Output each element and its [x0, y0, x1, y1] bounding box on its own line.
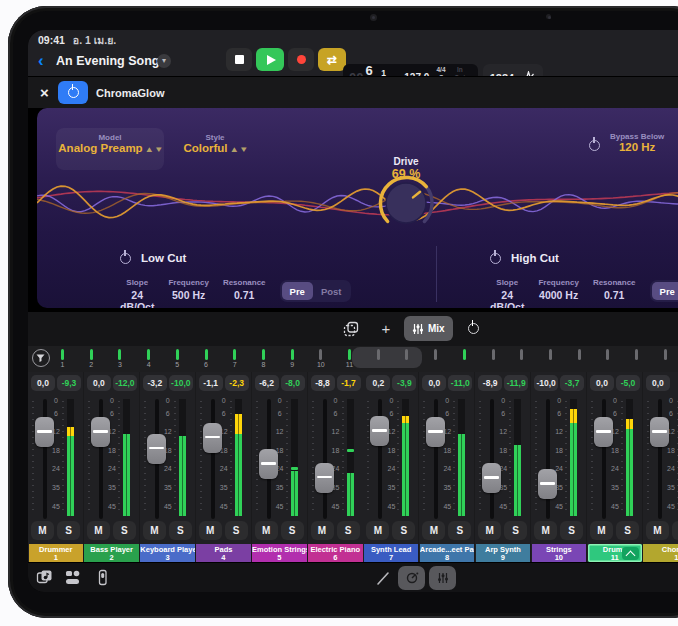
low-cut-power-icon[interactable]: [120, 253, 131, 264]
fader-cap[interactable]: [35, 417, 54, 447]
peak-db-value[interactable]: -10,0: [169, 375, 193, 391]
fader-controls-icon[interactable]: [94, 569, 111, 590]
track-tile[interactable]: Emotion Strings5: [252, 544, 307, 562]
overview-pan-tick[interactable]: [348, 349, 351, 360]
high-cut-pre-button[interactable]: Pre: [652, 282, 678, 300]
low-cut-resonance[interactable]: Resonance0.71: [223, 278, 266, 308]
low-cut-post-button[interactable]: Post: [313, 282, 350, 300]
track-tile[interactable]: Pads4: [196, 544, 251, 562]
mute-button[interactable]: M: [199, 521, 222, 540]
overview-pan-tick[interactable]: [578, 349, 581, 360]
mute-button[interactable]: M: [478, 521, 501, 540]
plugin-power-button[interactable]: [58, 81, 88, 104]
mute-button[interactable]: M: [31, 521, 54, 540]
bypass-below-control[interactable]: Bypass Below 120 Hz: [610, 132, 664, 153]
track-tile[interactable]: Strings10: [532, 544, 587, 562]
overview-pan-tick[interactable]: [463, 349, 466, 360]
fader-cap[interactable]: [147, 434, 166, 464]
fader-db-value[interactable]: 0,2: [366, 375, 390, 391]
fader-db-value[interactable]: 0,0: [87, 375, 111, 391]
fader-db-value[interactable]: -6,2: [255, 375, 279, 391]
peak-db-value[interactable]: -12,0: [113, 375, 137, 391]
fader-db-value[interactable]: 0,0: [590, 375, 614, 391]
fader-db-value[interactable]: 0,0: [31, 375, 55, 391]
fader-db-value[interactable]: -1,1: [199, 375, 223, 391]
overview-pan-tick[interactable]: [90, 349, 93, 360]
track-tile[interactable]: Electric Piano6: [308, 544, 363, 562]
mute-button[interactable]: M: [422, 521, 445, 540]
fader-cap[interactable]: [482, 463, 501, 493]
high-cut-resonance[interactable]: Resonance0.71: [593, 278, 636, 308]
overview-pan-tick[interactable]: [319, 349, 322, 360]
stop-button[interactable]: [226, 48, 252, 71]
collapse-chevron-icon[interactable]: [622, 547, 639, 560]
track-tile[interactable]: Keyboard Player3: [140, 544, 195, 562]
solo-button[interactable]: S: [113, 521, 136, 540]
track-tile[interactable]: Bass Player2: [84, 544, 139, 562]
track-tile[interactable]: Arcade...eet Pad8: [420, 544, 475, 562]
cycle-button[interactable]: ⇄: [318, 48, 346, 71]
mute-button[interactable]: M: [255, 521, 278, 540]
mute-button[interactable]: M: [534, 521, 557, 540]
overview-pan-tick[interactable]: [233, 349, 236, 360]
overview-pan-tick[interactable]: [520, 349, 523, 360]
fader-db-value[interactable]: -8,8: [311, 375, 335, 391]
fader-db-value[interactable]: -3,2: [143, 375, 167, 391]
mute-button[interactable]: M: [87, 521, 110, 540]
drive-control[interactable]: Drive 69 %: [376, 156, 436, 181]
back-chevron-icon[interactable]: ‹: [38, 51, 44, 71]
overview-pan-tick[interactable]: [434, 349, 437, 360]
peak-db-value[interactable]: -3,7: [560, 375, 584, 391]
fader-cap[interactable]: [426, 417, 445, 447]
overview-pan-tick[interactable]: [291, 349, 294, 360]
high-cut-slope[interactable]: Slope24 dB/Oct ▲▼: [490, 278, 524, 308]
fader-cap[interactable]: [91, 417, 110, 447]
overview-pan-tick[interactable]: [635, 349, 638, 360]
peak-db-value[interactable]: -11,0: [448, 375, 472, 391]
fader-db-value[interactable]: 0,0: [646, 375, 670, 391]
track-tile[interactable]: Drummer1: [29, 544, 84, 562]
track-tile[interactable]: Synth Lead7: [364, 544, 419, 562]
peak-db-value[interactable]: -1,7: [337, 375, 361, 391]
mixer-view-button[interactable]: [429, 566, 456, 590]
track-tile[interactable]: Chorus V12: [643, 544, 678, 562]
mute-button[interactable]: M: [590, 521, 613, 540]
controls-view-button[interactable]: [398, 566, 425, 590]
solo-button[interactable]: S: [225, 521, 248, 540]
model-selector[interactable]: Model Analog Preamp ▲▼: [56, 128, 164, 170]
style-selector[interactable]: Style Colorful ▲▼: [175, 133, 255, 167]
solo-button[interactable]: S: [169, 521, 192, 540]
overview-pan-tick[interactable]: [606, 349, 609, 360]
fader-cap[interactable]: [315, 463, 334, 493]
overview-pan-tick[interactable]: [205, 349, 208, 360]
solo-button[interactable]: S: [448, 521, 471, 540]
fader-cap[interactable]: [370, 416, 389, 446]
solo-button[interactable]: S: [57, 521, 80, 540]
fader-cap[interactable]: [203, 423, 222, 453]
fader-cap[interactable]: [538, 469, 557, 499]
overview-pan-tick[interactable]: [176, 349, 179, 360]
peak-db-value[interactable]: -2,3: [225, 375, 249, 391]
add-track-button[interactable]: +: [374, 316, 398, 341]
fader-db-value[interactable]: -8,9: [478, 375, 502, 391]
overview-pan-tick[interactable]: [405, 349, 408, 360]
solo-button[interactable]: S: [560, 521, 583, 540]
low-cut-slope[interactable]: Slope24 dB/Oct ▲▼: [120, 278, 154, 308]
mute-button[interactable]: M: [646, 521, 669, 540]
pencil-icon[interactable]: [376, 571, 391, 590]
high-cut-frequency[interactable]: Frequency4000 Hz: [538, 278, 578, 308]
mixer-power-button[interactable]: [458, 316, 488, 341]
fader-db-value[interactable]: -10,0: [534, 375, 558, 391]
loop-browser-icon[interactable]: [36, 569, 53, 590]
peak-db-value[interactable]: -5,0: [616, 375, 640, 391]
fader-cap[interactable]: [259, 449, 278, 479]
filter-icon[interactable]: [32, 349, 50, 367]
peak-db-value[interactable]: -3,9: [392, 375, 416, 391]
mute-button[interactable]: M: [311, 521, 334, 540]
solo-button[interactable]: S: [281, 521, 304, 540]
overview-pan-tick[interactable]: [549, 349, 552, 360]
mute-button[interactable]: M: [366, 521, 389, 540]
overview-pan-tick[interactable]: [377, 349, 380, 360]
high-cut-power-icon[interactable]: [490, 253, 501, 264]
low-cut-frequency[interactable]: Frequency500 Hz: [168, 278, 208, 308]
